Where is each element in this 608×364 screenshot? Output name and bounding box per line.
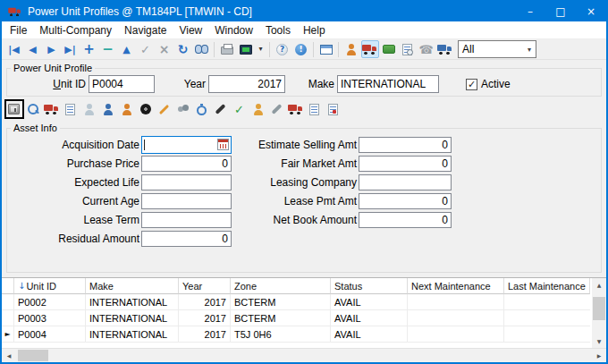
year-field[interactable]	[208, 75, 285, 93]
vertical-scroll-thumb[interactable]	[593, 297, 605, 320]
find-button[interactable]	[193, 40, 211, 58]
notes-document-button[interactable]	[306, 100, 324, 118]
active-checkbox[interactable]: ✓	[466, 79, 477, 90]
residual-amount-field[interactable]	[141, 231, 232, 247]
wrench-button[interactable]	[268, 100, 286, 118]
net-book-amount-label: Net Book Amount	[232, 214, 357, 226]
horizontal-scroll-thumb[interactable]	[18, 350, 48, 361]
make-field[interactable]	[337, 75, 439, 93]
calendar-icon[interactable]	[217, 139, 229, 150]
app-truck-icon	[8, 7, 21, 16]
column-header-next-maintenance[interactable]: Next Maintenance	[408, 278, 504, 294]
trailer-unit-button[interactable]	[436, 40, 454, 58]
forms-window-button[interactable]	[317, 40, 335, 58]
column-header-make[interactable]: Make	[86, 278, 179, 294]
current-age-field[interactable]	[141, 193, 232, 209]
cancel-edit-button[interactable]: ×	[156, 40, 173, 58]
person-blue-icon	[103, 104, 114, 115]
scroll-up-arrow[interactable]: ▲	[592, 278, 606, 292]
dispatcher-button[interactable]	[99, 100, 117, 118]
screen-view-button[interactable]	[237, 40, 255, 58]
minimize-button[interactable]: –	[515, 2, 545, 21]
residual-amount-label: Residual Amount	[7, 233, 139, 245]
nav-last-button[interactable]: ▶|	[62, 40, 80, 58]
inspection-check-button[interactable]: ✓	[231, 100, 249, 118]
menu-multi-company[interactable]: Multi-Company	[33, 22, 118, 38]
magnifier-icon	[27, 103, 39, 115]
grid-row-p0002[interactable]: P0002 INTERNATIONAL 2017 BCTERM AVAIL	[2, 294, 592, 310]
close-button[interactable]: ×	[576, 2, 606, 21]
document-search-button[interactable]	[399, 40, 417, 58]
owner-button[interactable]	[118, 100, 136, 118]
power-unit-red-button[interactable]	[43, 100, 61, 118]
column-header-unit-id[interactable]: ↓Unit ID	[14, 278, 86, 294]
scroll-down-arrow[interactable]: ▼	[592, 334, 606, 348]
pencil-edit-button[interactable]	[156, 100, 173, 118]
refresh-button[interactable]: ↻	[174, 40, 192, 58]
menu-view[interactable]: View	[173, 22, 208, 38]
zoom-search-button[interactable]	[24, 100, 42, 118]
column-header-year[interactable]: Year	[179, 278, 231, 294]
purchase-price-field[interactable]	[141, 156, 232, 172]
phone-button[interactable]: ☎	[418, 40, 435, 58]
app-window: Power Unit Profiles @ TM184PL [TMWIN - C…	[0, 0, 608, 364]
vertical-scrollbar[interactable]: ▲ ▼	[592, 278, 606, 348]
tire-button[interactable]	[137, 100, 155, 118]
column-header-zone[interactable]: Zone	[231, 278, 331, 294]
profile-toolbar: ✓	[2, 98, 606, 120]
power-unit-button[interactable]	[361, 40, 379, 58]
cell-unit-id: P0004	[14, 326, 86, 343]
expected-life-label: Expected Life	[7, 176, 139, 189]
card-file-button[interactable]	[380, 40, 398, 58]
driver-button[interactable]	[80, 100, 98, 118]
move-up-button[interactable]: ▲	[118, 40, 136, 58]
delete-record-button[interactable]: −	[99, 40, 117, 58]
screen-view-dropdown[interactable]: ▾	[256, 40, 266, 58]
tire-icon	[140, 104, 151, 114]
nav-first-button[interactable]: |◀	[5, 40, 23, 58]
nav-first-icon: |◀	[8, 45, 19, 55]
contact-button[interactable]	[249, 100, 267, 118]
leasing-company-field[interactable]	[359, 174, 452, 190]
report-document-button[interactable]	[325, 100, 342, 118]
flashlight-button[interactable]	[212, 100, 230, 118]
grid-row-p0004-current[interactable]: ► P0004 INTERNATIONAL 2017 T5J 0H6 AVAIL	[2, 326, 592, 343]
person-lookup-button[interactable]	[342, 40, 360, 58]
active-label: Active	[481, 78, 511, 90]
column-header-last-maintenance[interactable]: Last Maintenance	[504, 278, 590, 294]
profile-form-button[interactable]	[62, 100, 80, 118]
title-bar[interactable]: Power Unit Profiles @ TM184PL [TMWIN - C…	[2, 2, 606, 21]
estimate-selling-amt-field[interactable]	[359, 137, 452, 153]
menu-file[interactable]: File	[4, 22, 33, 38]
menu-tools[interactable]: Tools	[259, 22, 297, 38]
scroll-left-arrow[interactable]: ◀	[2, 349, 16, 362]
maintenance-truck-button[interactable]	[287, 100, 305, 118]
acquisition-date-field[interactable]	[141, 136, 232, 154]
menu-help[interactable]: Help	[297, 22, 332, 38]
about-button[interactable]: !	[292, 40, 310, 58]
lease-pmt-amt-field[interactable]	[359, 193, 452, 209]
stopwatch-button[interactable]	[193, 100, 211, 118]
scroll-right-arrow[interactable]: ▶	[592, 349, 606, 362]
menu-window[interactable]: Window	[208, 22, 259, 38]
help-button[interactable]: ?	[274, 40, 291, 58]
nav-next-button[interactable]: ▶	[43, 40, 61, 58]
save-record-button[interactable]: ✓	[137, 40, 155, 58]
expected-life-field[interactable]	[141, 174, 232, 190]
axle-button[interactable]	[174, 100, 192, 118]
fair-market-amt-field[interactable]	[359, 156, 452, 172]
lease-term-field[interactable]	[141, 212, 232, 228]
filter-dropdown[interactable]: All ▾	[458, 40, 536, 58]
nav-prev-button[interactable]: ◀	[24, 40, 42, 58]
net-book-amount-field[interactable]	[359, 212, 452, 228]
grid-row-p0003[interactable]: P0003 INTERNATIONAL 2017 BCTERM AVAIL	[2, 310, 592, 326]
horizontal-scrollbar[interactable]: ◀ ▶	[2, 348, 606, 362]
unit-id-field[interactable]	[89, 75, 155, 93]
add-record-button[interactable]: +	[80, 40, 98, 58]
asset-info-button[interactable]	[5, 100, 23, 118]
maximize-button[interactable]: □	[545, 2, 576, 21]
print-button[interactable]	[218, 40, 236, 58]
row-selector-cell	[2, 310, 14, 326]
menu-navigate[interactable]: Navigate	[118, 22, 173, 38]
column-header-status[interactable]: Status	[331, 278, 408, 294]
